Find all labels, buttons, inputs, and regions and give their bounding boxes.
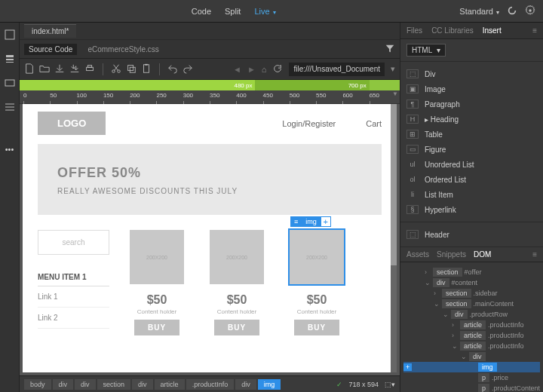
site-sidebar: search MENU ITEM 1 Link 1 Link 2 xyxy=(38,230,109,335)
tab-dom[interactable]: DOM xyxy=(474,250,491,259)
add-element-icon[interactable]: + xyxy=(321,216,331,227)
bc-div[interactable]: div xyxy=(132,379,153,390)
copy-icon[interactable] xyxy=(126,63,137,75)
dom-node[interactable]: p.productContent xyxy=(403,383,540,392)
ruler-handle-icon[interactable]: ▼ xyxy=(392,90,398,97)
element-selection-hud[interactable]: ≡ img + xyxy=(290,216,331,227)
reload-icon[interactable] xyxy=(272,63,283,75)
insert-paragraph[interactable]: ¶Paragraph xyxy=(406,96,537,112)
tab-insert[interactable]: Insert xyxy=(483,26,502,35)
tool-2[interactable] xyxy=(4,53,16,66)
mode-live[interactable]: Live xyxy=(254,7,275,16)
price-label: $50 xyxy=(284,293,349,307)
settings-icon[interactable] xyxy=(525,5,535,17)
insert-category-dropdown[interactable]: HTML▾ xyxy=(406,44,446,57)
media-query-bar[interactable]: 480 px 700 px xyxy=(20,80,400,90)
product-row: 200X200 $50 Content holder BUY 200X200 $… xyxy=(124,230,382,335)
insert-item-icon: ul xyxy=(406,160,419,169)
bc-img[interactable]: img xyxy=(258,379,281,390)
sidebar-link-2[interactable]: Link 2 xyxy=(38,308,109,329)
bc-productinfo[interactable]: .productInfo xyxy=(186,379,235,390)
search-input[interactable]: search xyxy=(38,230,109,255)
dom-node[interactable]: ⌄div.productRow xyxy=(403,309,540,320)
address-bar[interactable]: file:///Unsaved_Document xyxy=(289,63,385,76)
buy-button[interactable]: BUY xyxy=(214,320,259,335)
nav-fwd-icon[interactable]: ► xyxy=(247,65,256,74)
dom-node[interactable]: p.price xyxy=(403,372,540,383)
sidebar-link-1[interactable]: Link 1 xyxy=(38,286,109,308)
undo-icon[interactable] xyxy=(167,63,178,75)
buy-button[interactable]: BUY xyxy=(294,320,339,335)
insert-list-item[interactable]: liList Item xyxy=(406,187,537,202)
nav-login[interactable]: Login/Register xyxy=(282,119,336,128)
insert-image[interactable]: ▣Image xyxy=(406,81,537,96)
insert-table[interactable]: ⊞Table xyxy=(406,127,537,142)
tab-assets[interactable]: Assets xyxy=(406,250,429,259)
buy-button[interactable]: BUY xyxy=(134,320,179,335)
bc-div[interactable]: div xyxy=(75,379,96,390)
redo-icon[interactable] xyxy=(183,63,193,75)
tab-snippets[interactable]: Snippets xyxy=(437,250,466,259)
insert-figure[interactable]: ▭Figure xyxy=(406,142,537,157)
insert-header[interactable]: ⬚ Header xyxy=(406,227,537,242)
tool-more[interactable]: ••• xyxy=(5,145,14,154)
tab-cclib[interactable]: CC Libraries xyxy=(431,26,474,35)
sync-icon[interactable] xyxy=(507,5,517,17)
nav-home-icon[interactable]: ⌂ xyxy=(262,65,267,74)
source-code-chip[interactable]: Source Code xyxy=(24,44,77,55)
open-folder-icon[interactable] xyxy=(39,63,50,75)
paste-icon[interactable] xyxy=(141,63,152,75)
dom-node[interactable]: ›section#offer xyxy=(403,267,540,277)
print-icon[interactable] xyxy=(84,63,95,75)
mode-code[interactable]: Code xyxy=(192,7,211,16)
dom-node[interactable]: ›article.productInfo xyxy=(403,320,540,330)
tab-files[interactable]: Files xyxy=(406,26,422,35)
tool-4[interactable] xyxy=(4,101,16,115)
save-all-icon[interactable] xyxy=(69,63,80,75)
bc-body[interactable]: body xyxy=(24,379,51,390)
svg-rect-8 xyxy=(130,67,135,72)
panel-menu-icon[interactable]: ≡ xyxy=(532,26,537,35)
workspace-switcher[interactable]: Standard xyxy=(459,7,499,16)
nav-cart[interactable]: Cart xyxy=(366,119,382,128)
dom-node[interactable]: ›section.sidebar xyxy=(403,288,540,299)
dom-node[interactable]: ⌄div xyxy=(403,351,540,362)
dom-menu-icon[interactable]: ≡ xyxy=(532,250,537,259)
breakpoint-700[interactable]: 700 px xyxy=(255,80,369,90)
bc-div[interactable]: div xyxy=(235,379,256,390)
dom-node[interactable]: ›article.productInfo xyxy=(403,330,540,341)
dom-node[interactable]: ⌄article.productInfo xyxy=(403,341,540,351)
live-preview-canvas[interactable]: LOGO Login/Register Cart OFFER 50% REALL… xyxy=(23,104,397,372)
stylesheet-chip[interactable]: eCommerceStyle.css xyxy=(83,44,163,55)
new-file-icon[interactable] xyxy=(24,63,35,75)
tab-index[interactable]: index.html* xyxy=(24,24,76,38)
dom-node[interactable]: ⌄div#content xyxy=(403,277,540,288)
url-dropdown-icon[interactable]: ▾ xyxy=(391,64,395,74)
insert-heading[interactable]: H▸ Heading xyxy=(406,112,537,127)
cut-icon[interactable] xyxy=(111,63,121,75)
insert-node-icon[interactable]: + xyxy=(403,363,412,371)
bc-article[interactable]: article xyxy=(155,379,185,390)
dom-tree[interactable]: ›section#offer⌄div#content›section.sideb… xyxy=(400,262,543,392)
save-icon[interactable] xyxy=(54,63,65,75)
mode-split[interactable]: Split xyxy=(225,7,241,16)
insert-item-icon: ¶ xyxy=(406,100,419,109)
dom-node[interactable]: +img xyxy=(403,362,540,372)
tool-1[interactable] xyxy=(4,29,16,42)
insert-ordered-list[interactable]: olOrdered List xyxy=(406,172,537,187)
nav-back-icon[interactable]: ◄ xyxy=(233,65,241,74)
insert-div[interactable]: ⬚Div xyxy=(406,66,537,81)
bc-div[interactable]: div xyxy=(53,379,74,390)
filter-icon[interactable] xyxy=(385,43,395,55)
insert-item-icon: ol xyxy=(406,175,419,184)
menu-item-1[interactable]: MENU ITEM 1 xyxy=(38,268,109,286)
canvas-scrollbar[interactable] xyxy=(391,104,397,372)
device-icon[interactable]: ⬚▾ xyxy=(385,381,395,388)
tool-3[interactable] xyxy=(4,77,16,90)
insert-item-icon: ⊞ xyxy=(406,130,419,139)
insert-unordered-list[interactable]: ulUnordered List xyxy=(406,157,537,172)
insert-hyperlink[interactable]: §Hyperlink xyxy=(406,202,537,217)
bc-section[interactable]: section xyxy=(97,379,131,390)
breakpoint-480[interactable]: 480 px xyxy=(20,80,255,90)
dom-node[interactable]: ⌄section.mainContent xyxy=(403,299,540,309)
